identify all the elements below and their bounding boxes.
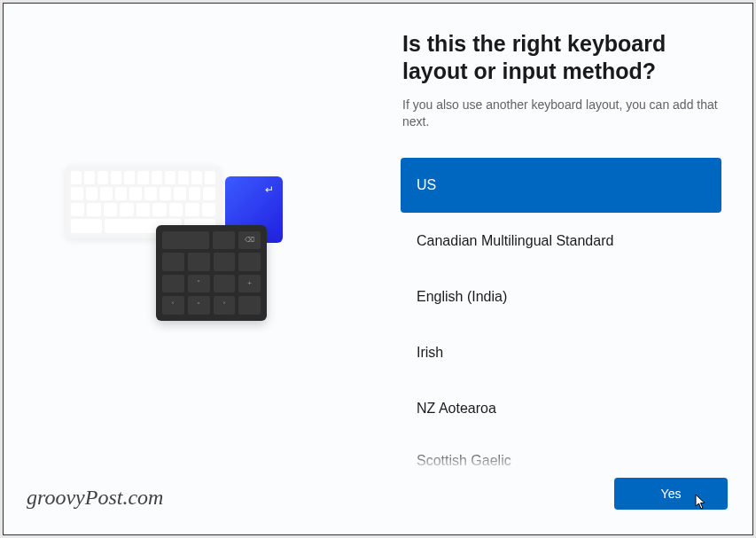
layout-option-label: English (India): [417, 289, 507, 305]
keyboard-layout-list[interactable]: US Canadian Multilingual Standard Englis…: [401, 158, 721, 472]
layout-option-label: Canadian Multilingual Standard: [417, 233, 613, 249]
layout-option-scottish[interactable]: Scottish Gaelic: [401, 437, 721, 472]
layout-option-canadian[interactable]: Canadian Multilingual Standard: [401, 214, 721, 269]
layout-option-us[interactable]: US: [401, 158, 721, 213]
layout-option-english-india[interactable]: English (India): [401, 269, 721, 324]
setup-window: ⌫ ˄+ ˂˅˃ Is this the right keyboard layo…: [3, 3, 753, 535]
page-subheading: If you also use another keyboard layout,…: [402, 97, 721, 131]
keyboard-illustration: ⌫ ˄+ ˂˅˃: [57, 150, 305, 327]
page-heading: Is this the right keyboard layout or inp…: [402, 30, 721, 86]
watermark-text: groovyPost.com: [27, 486, 163, 510]
illustration-panel: ⌫ ˄+ ˂˅˃: [4, 4, 358, 534]
layout-option-irish[interactable]: Irish: [401, 325, 721, 380]
layout-option-label: Scottish Gaelic: [417, 453, 511, 469]
layout-option-label: NZ Aotearoa: [417, 401, 496, 417]
layout-option-label: US: [417, 177, 436, 193]
dark-numpad-graphic: ⌫ ˄+ ˂˅˃: [156, 225, 267, 321]
yes-button[interactable]: Yes: [614, 478, 728, 510]
layout-option-nz[interactable]: NZ Aotearoa: [401, 381, 721, 436]
content-panel: Is this the right keyboard layout or inp…: [402, 30, 721, 472]
layout-option-label: Irish: [417, 345, 443, 361]
